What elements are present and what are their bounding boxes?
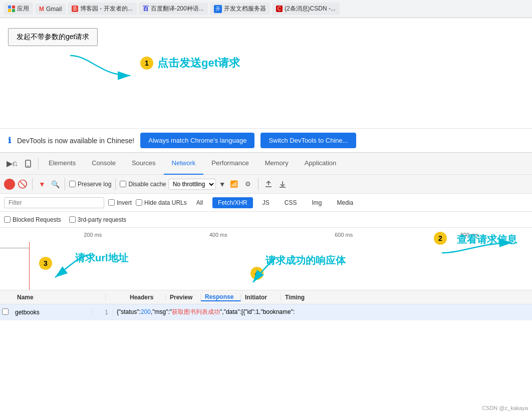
tab-cnblog[interactable]: B 博客园 - 开发者的... — [68, 3, 136, 15]
tab-dev-label: 开发文档服务器 — [224, 5, 266, 13]
filter-input[interactable] — [4, 197, 104, 208]
header-headers-col[interactable]: Headers — [126, 294, 166, 301]
tab-gmail[interactable]: M Gmail — [35, 4, 66, 15]
tab-memory[interactable]: Memory — [257, 153, 297, 175]
header-name-col: Name — [13, 294, 106, 301]
annotation2-text: 查看请求信息 — [457, 233, 517, 246]
network-table-row[interactable]: getbooks 1 {"status":200,"msg":"获取图书列表成功… — [0, 304, 532, 320]
timeline-labels: 200 ms 400 ms 600 ms 800 ms — [0, 228, 532, 238]
header-timing-col[interactable]: Timing — [281, 294, 532, 301]
toolbar-divider2 — [65, 178, 65, 190]
tab-performance[interactable]: Performance — [203, 153, 256, 175]
timeline-200ms: 200 ms — [30, 232, 156, 238]
tab-elements[interactable]: Elements — [41, 153, 84, 175]
annotation1-num: 1 — [140, 57, 153, 70]
mobile-icon[interactable] — [20, 156, 36, 172]
timeline-bar: 200 ms 400 ms 600 ms 800 ms 3 请求url地址 2 — [0, 228, 532, 290]
tab-network[interactable]: Network — [164, 153, 204, 175]
row-name[interactable]: getbooks — [13, 309, 93, 316]
filter-media[interactable]: Media — [331, 197, 359, 208]
tab-apps-label: 应用 — [17, 5, 29, 13]
filter-all[interactable]: All — [191, 197, 208, 208]
timeline-dash-line — [0, 248, 29, 248]
header-response-col[interactable]: Response — [201, 293, 241, 301]
timeline-red-line — [29, 242, 30, 290]
row-select-checkbox[interactable] — [2, 308, 9, 315]
filter-icon[interactable]: ▼ — [37, 179, 48, 190]
timeline-600ms: 600 ms — [281, 232, 407, 238]
toolbar-divider4 — [258, 178, 258, 190]
notify-text: DevTools is now available in Chinese! — [17, 137, 134, 145]
gear-icon[interactable]: ⚙ — [242, 178, 254, 190]
page-content: 发起不带参数的get请求 1 点击发送get请求 — [0, 18, 532, 128]
timeline-400ms: 400 ms — [156, 232, 282, 238]
tab-divider — [38, 158, 39, 170]
switch-devtools-button[interactable]: Switch DevTools to Chine... — [260, 133, 356, 148]
filter-css[interactable]: CSS — [279, 197, 303, 208]
disable-cache-label[interactable]: Disable cache — [120, 181, 166, 188]
get-request-button[interactable]: 发起不带参数的get请求 — [8, 28, 98, 46]
annotation1: 1 点击发送get请求 — [140, 56, 240, 71]
preserve-log-checkbox[interactable] — [69, 181, 76, 187]
annotation3-text: 请求url地址 — [75, 251, 128, 265]
blocked-requests-checkbox[interactable] — [4, 216, 11, 223]
throttle-dropdown-icon[interactable]: ▼ — [219, 180, 226, 188]
always-match-button[interactable]: Always match Chrome's language — [140, 133, 254, 148]
invert-checkbox[interactable] — [108, 199, 115, 206]
cursor-icon[interactable]: ▶⎌ — [4, 156, 20, 172]
filter-js[interactable]: JS — [257, 197, 275, 208]
annotation4-text: 请求成功的响应体 — [265, 254, 346, 267]
throttle-select[interactable]: No throttling — [168, 179, 216, 190]
invert-label[interactable]: Invert — [108, 199, 132, 206]
row-response-text: {"status":200,"msg":"获取图书列表成功","data":[{… — [113, 308, 532, 316]
download-icon[interactable] — [277, 178, 289, 190]
preserve-log-label[interactable]: Preserve log — [69, 181, 111, 188]
blocked-row: Blocked Requests 3rd-party requests — [0, 212, 532, 228]
hide-data-urls-label[interactable]: Hide data URLs — [136, 199, 187, 206]
tab-apps[interactable]: 应用 — [4, 3, 33, 15]
disable-cache-checkbox[interactable] — [120, 181, 126, 187]
header-initiator-col[interactable]: Initiator — [241, 294, 281, 301]
devtools-notify-bar: ℹ DevTools is now available in Chinese! … — [0, 128, 532, 152]
third-party-label[interactable]: 3rd-party requests — [69, 216, 126, 223]
tab-sources[interactable]: Sources — [124, 153, 164, 175]
tab-cnblog-label: 博客园 - 开发者的... — [80, 5, 133, 13]
blocked-requests-label[interactable]: Blocked Requests — [4, 216, 61, 223]
filter-fetch-xhr[interactable]: Fetch/XHR — [212, 197, 253, 208]
arrow3-svg — [50, 245, 150, 285]
wifi-icon[interactable]: 📶 — [228, 178, 240, 190]
hide-data-urls-checkbox[interactable] — [136, 199, 142, 206]
network-table-header: Name Headers Preview Response Initiator … — [0, 290, 532, 304]
record-button[interactable] — [4, 179, 15, 190]
search-icon[interactable]: 🔍 — [50, 179, 61, 190]
devtools-tabs-row: ▶⎌ Elements Console Sources Network Perf… — [0, 153, 532, 175]
info-icon: ℹ — [8, 136, 11, 145]
row-checkbox[interactable] — [0, 308, 13, 316]
third-party-checkbox[interactable] — [69, 216, 76, 223]
filter-row: Invert Hide data URLs All Fetch/XHR JS C… — [0, 194, 532, 212]
upload-icon[interactable] — [262, 178, 275, 190]
svg-rect-2 — [27, 166, 29, 166]
header-preview-col[interactable]: Preview — [166, 294, 201, 301]
toolbar-divider3 — [115, 178, 116, 190]
tab-baidu[interactable]: 百 百度翻译-200种语... — [139, 3, 208, 15]
filter-img[interactable]: Img — [306, 197, 327, 208]
tab-baidu-label: 百度翻译-200种语... — [151, 5, 204, 13]
browser-tab-bar: 应用 M Gmail B 博客园 - 开发者的... 百 百度翻译-200种语.… — [0, 0, 532, 18]
tab-dev[interactable]: 开 开发文档服务器 — [210, 3, 270, 15]
devtools-panel: ▶⎌ Elements Console Sources Network Perf… — [0, 152, 532, 320]
csdn-watermark: CSDN @z_kakaya — [482, 405, 528, 411]
devtools-toolbar: 🚫 ▼ 🔍 Preserve log Disable cache No thro… — [0, 175, 532, 194]
toolbar-divider — [32, 178, 33, 190]
tab-application[interactable]: Application — [297, 153, 345, 175]
stop-button[interactable]: 🚫 — [17, 179, 28, 190]
tab-gmail-label: Gmail — [46, 6, 62, 13]
tab-csdn-label: (2条消息)CSDN -... — [285, 5, 336, 13]
tab-console[interactable]: Console — [84, 153, 124, 175]
tab-csdn[interactable]: C (2条消息)CSDN -... — [272, 3, 340, 15]
annotation1-text: 点击发送get请求 — [157, 56, 240, 71]
arrow4-svg — [245, 247, 346, 287]
row-num: 1 — [93, 309, 113, 316]
